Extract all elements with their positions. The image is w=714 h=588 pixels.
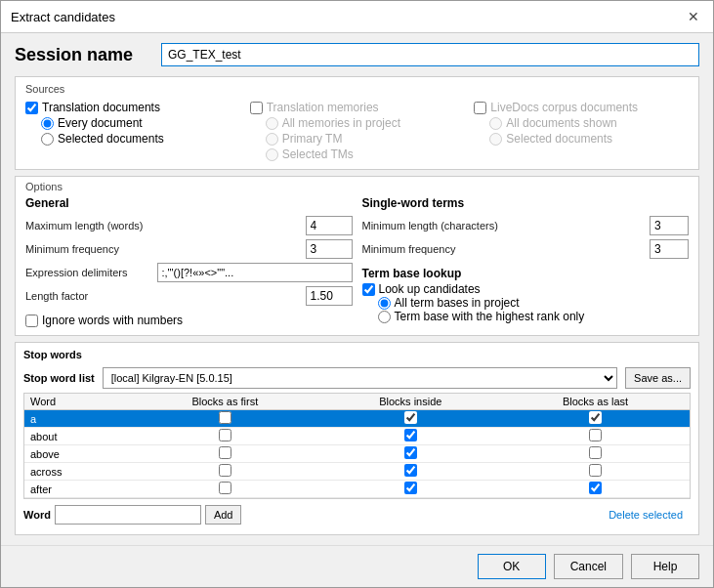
- word-cell: after: [24, 481, 130, 498]
- blocks-last-checkbox[interactable]: [589, 429, 602, 441]
- blocks-first-checkbox[interactable]: [219, 482, 231, 494]
- ignore-words-row: Ignore words with numbers: [25, 314, 353, 327]
- blocks-last-checkbox[interactable]: [589, 411, 602, 424]
- add-button[interactable]: Add: [205, 505, 242, 525]
- max-length-row: Maximum length (words): [25, 216, 353, 235]
- delete-button[interactable]: Delete selected: [601, 505, 691, 525]
- cancel-button[interactable]: Cancel: [554, 554, 623, 579]
- livedocs-label: LiveDocs corpus documents: [490, 101, 638, 114]
- single-word-options: Single-word terms Minimum length (charac…: [362, 196, 690, 327]
- blocks-inside-checkbox[interactable]: [404, 446, 417, 459]
- blocks-inside-checkbox[interactable]: [404, 482, 417, 494]
- blocks-last-cell: [501, 445, 690, 463]
- blocks-inside-checkbox[interactable]: [404, 464, 417, 477]
- all-term-bases-radio[interactable]: [378, 297, 391, 310]
- translation-docs-checkbox[interactable]: [25, 102, 38, 114]
- blocks-inside-cell: [320, 481, 502, 498]
- blocks-first-checkbox[interactable]: [219, 429, 231, 441]
- length-factor-input[interactable]: [306, 286, 353, 306]
- all-term-bases-row: All term bases in project: [362, 296, 690, 310]
- sw-min-frequency-input[interactable]: [650, 239, 689, 259]
- footer: OK Cancel Help: [1, 545, 713, 587]
- all-docs-shown-row: All documents shown: [474, 116, 689, 130]
- translation-memories-label: Translation memories: [267, 101, 379, 114]
- close-button[interactable]: ✕: [684, 9, 703, 24]
- table-row: above: [24, 445, 690, 463]
- primary-tm-radio[interactable]: [266, 133, 278, 146]
- help-button[interactable]: Help: [631, 554, 699, 579]
- blocks-first-checkbox[interactable]: [219, 446, 231, 459]
- all-memories-radio[interactable]: [266, 117, 278, 130]
- blocks-last-checkbox[interactable]: [589, 464, 602, 477]
- blocks-first-cell: [130, 445, 319, 463]
- blocks-inside-cell: [320, 445, 502, 463]
- selected-documents-radio[interactable]: [41, 133, 54, 146]
- livedocs-checkbox[interactable]: [474, 102, 486, 114]
- all-memories-row: All memories in project: [250, 116, 465, 130]
- blocks-inside-checkbox[interactable]: [404, 411, 417, 424]
- selected-tms-radio[interactable]: [266, 148, 278, 161]
- sw-min-length-row: Minimum length (characters): [362, 216, 690, 235]
- livedocs-selected-docs-radio[interactable]: [489, 133, 502, 146]
- word-cell: above: [24, 445, 130, 463]
- every-document-label: Every document: [58, 116, 143, 130]
- lookup-candidates-row: Look up candidates: [362, 282, 690, 296]
- ignore-words-checkbox[interactable]: [25, 315, 38, 327]
- title-bar: Extract candidates ✕: [1, 1, 713, 33]
- all-docs-shown-label: All documents shown: [506, 116, 616, 130]
- expression-delimiters-input[interactable]: [157, 263, 353, 282]
- lookup-candidates-checkbox[interactable]: [362, 283, 375, 296]
- stopwords-label: Stop words: [23, 349, 691, 360]
- sw-min-length-input[interactable]: [650, 216, 689, 235]
- livedocs-row: LiveDocs corpus documents: [474, 101, 689, 114]
- min-frequency-label: Minimum frequency: [25, 243, 119, 255]
- expression-delimiters-label: Expression delimiters: [25, 267, 128, 278]
- blocks-inside-checkbox[interactable]: [404, 429, 417, 441]
- table-row: after: [24, 481, 690, 498]
- expression-delimiters-row: Expression delimiters: [25, 263, 353, 282]
- highest-rank-radio[interactable]: [378, 311, 391, 323]
- stop-word-list-select[interactable]: [local] Kilgray-EN [5.0.15]: [103, 367, 617, 389]
- min-frequency-row: Minimum frequency: [25, 239, 353, 259]
- all-memories-label: All memories in project: [282, 116, 400, 130]
- table-body: aaboutaboveacrossafter: [24, 410, 690, 498]
- length-factor-row: Length factor: [25, 286, 353, 306]
- lookup-candidates-label: Look up candidates: [379, 282, 481, 296]
- session-name-input[interactable]: [161, 43, 699, 66]
- blocks-last-checkbox[interactable]: [589, 482, 602, 494]
- translation-memories-col: Translation memories All memories in pro…: [250, 101, 465, 161]
- livedocs-selected-docs-row: Selected documents: [474, 132, 689, 146]
- min-frequency-input[interactable]: [306, 239, 353, 259]
- window-title: Extract candidates: [11, 10, 115, 24]
- sources-section: Sources Translation documents Every docu…: [15, 76, 699, 170]
- blocks-first-cell: [130, 481, 319, 498]
- blocks-last-cell: [501, 463, 690, 481]
- max-length-input[interactable]: [306, 216, 353, 235]
- translation-memories-checkbox[interactable]: [250, 102, 263, 114]
- table-header-row: Word Blocks as first Blocks inside Block…: [24, 394, 690, 410]
- options-grid: General Maximum length (words) Minimum f…: [25, 196, 689, 327]
- ok-button[interactable]: OK: [478, 554, 546, 579]
- save-as-button[interactable]: Save as...: [625, 367, 691, 389]
- max-length-label: Maximum length (words): [25, 220, 143, 231]
- add-word-row: Word Add Delete selected: [23, 505, 691, 525]
- selected-docs-row: Selected documents: [25, 132, 240, 146]
- blocks-inside-cell: [320, 410, 502, 428]
- blocks-last-checkbox[interactable]: [589, 446, 602, 459]
- word-row-label: Word: [23, 509, 51, 521]
- session-name-label: Session name: [15, 45, 151, 65]
- sources-grid: Translation documents Every document Sel…: [25, 101, 689, 161]
- selected-documents-label: Selected documents: [58, 132, 164, 146]
- word-input[interactable]: [55, 505, 201, 525]
- translation-docs-row: Translation documents: [25, 101, 240, 114]
- sources-label: Sources: [25, 83, 689, 95]
- all-docs-shown-radio[interactable]: [489, 117, 502, 130]
- translation-docs-col: Translation documents Every document Sel…: [25, 101, 240, 161]
- translation-memories-row: Translation memories: [250, 101, 465, 114]
- word-cell: about: [24, 428, 130, 445]
- livedocs-col: LiveDocs corpus documents All documents …: [474, 101, 689, 161]
- blocks-first-checkbox[interactable]: [219, 464, 231, 477]
- every-document-radio[interactable]: [41, 117, 54, 130]
- blocks-first-checkbox[interactable]: [219, 411, 231, 424]
- table-row: a: [24, 410, 690, 428]
